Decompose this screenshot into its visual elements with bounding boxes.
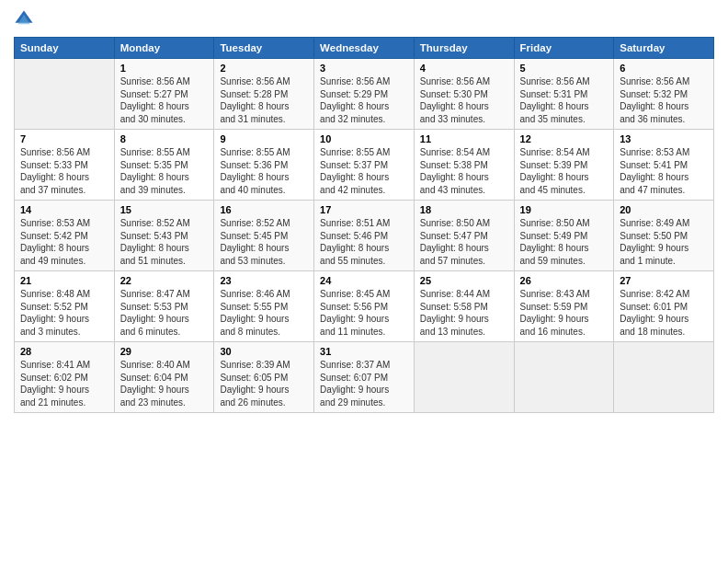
day-number: 27 xyxy=(620,275,708,286)
week-row-2: 14Sunrise: 8:53 AM Sunset: 5:42 PM Dayli… xyxy=(15,201,714,271)
day-number: 24 xyxy=(320,275,408,286)
day-info: Sunrise: 8:52 AM Sunset: 5:43 PM Dayligh… xyxy=(120,217,209,267)
day-info: Sunrise: 8:56 AM Sunset: 5:33 PM Dayligh… xyxy=(20,146,108,196)
day-cell xyxy=(15,59,115,130)
day-number: 20 xyxy=(620,204,708,215)
header-cell-saturday: Saturday xyxy=(614,38,714,59)
day-cell: 29Sunrise: 8:40 AM Sunset: 6:04 PM Dayli… xyxy=(114,342,214,413)
day-cell: 6Sunrise: 8:56 AM Sunset: 5:32 PM Daylig… xyxy=(614,59,714,130)
day-cell: 10Sunrise: 8:55 AM Sunset: 5:37 PM Dayli… xyxy=(314,130,415,201)
week-row-4: 28Sunrise: 8:41 AM Sunset: 6:02 PM Dayli… xyxy=(15,342,714,413)
header-row: SundayMondayTuesdayWednesdayThursdayFrid… xyxy=(15,38,714,59)
header-cell-monday: Monday xyxy=(114,38,214,59)
day-cell: 1Sunrise: 8:56 AM Sunset: 5:27 PM Daylig… xyxy=(114,59,214,130)
day-info: Sunrise: 8:47 AM Sunset: 5:53 PM Dayligh… xyxy=(120,288,209,338)
header-cell-thursday: Thursday xyxy=(414,38,514,59)
day-info: Sunrise: 8:48 AM Sunset: 5:52 PM Dayligh… xyxy=(20,288,108,338)
day-cell: 17Sunrise: 8:51 AM Sunset: 5:46 PM Dayli… xyxy=(314,201,415,271)
day-info: Sunrise: 8:37 AM Sunset: 6:07 PM Dayligh… xyxy=(320,359,408,408)
day-number: 13 xyxy=(620,133,708,144)
day-cell: 26Sunrise: 8:43 AM Sunset: 5:59 PM Dayli… xyxy=(514,271,614,342)
logo xyxy=(14,9,38,29)
day-number: 30 xyxy=(220,346,308,357)
week-row-1: 7Sunrise: 8:56 AM Sunset: 5:33 PM Daylig… xyxy=(15,130,714,201)
day-info: Sunrise: 8:45 AM Sunset: 5:56 PM Dayligh… xyxy=(320,288,408,338)
day-cell: 7Sunrise: 8:56 AM Sunset: 5:33 PM Daylig… xyxy=(15,130,115,201)
day-cell: 15Sunrise: 8:52 AM Sunset: 5:43 PM Dayli… xyxy=(114,201,214,271)
day-cell: 21Sunrise: 8:48 AM Sunset: 5:52 PM Dayli… xyxy=(15,271,115,342)
day-info: Sunrise: 8:50 AM Sunset: 5:47 PM Dayligh… xyxy=(420,217,508,267)
day-cell: 12Sunrise: 8:54 AM Sunset: 5:39 PM Dayli… xyxy=(514,130,614,201)
day-number: 6 xyxy=(620,63,708,74)
day-info: Sunrise: 8:46 AM Sunset: 5:55 PM Dayligh… xyxy=(220,288,308,338)
day-number: 22 xyxy=(120,275,209,286)
day-cell: 25Sunrise: 8:44 AM Sunset: 5:58 PM Dayli… xyxy=(414,271,514,342)
day-info: Sunrise: 8:53 AM Sunset: 5:42 PM Dayligh… xyxy=(20,217,108,267)
day-info: Sunrise: 8:42 AM Sunset: 6:01 PM Dayligh… xyxy=(620,288,708,338)
day-cell: 27Sunrise: 8:42 AM Sunset: 6:01 PM Dayli… xyxy=(614,271,714,342)
header-cell-wednesday: Wednesday xyxy=(314,38,415,59)
day-cell xyxy=(514,342,614,413)
week-row-3: 21Sunrise: 8:48 AM Sunset: 5:52 PM Dayli… xyxy=(15,271,714,342)
day-info: Sunrise: 8:41 AM Sunset: 6:02 PM Dayligh… xyxy=(20,359,108,408)
day-cell: 31Sunrise: 8:37 AM Sunset: 6:07 PM Dayli… xyxy=(314,342,415,413)
day-cell: 9Sunrise: 8:55 AM Sunset: 5:36 PM Daylig… xyxy=(214,130,314,201)
day-info: Sunrise: 8:55 AM Sunset: 5:36 PM Dayligh… xyxy=(220,146,308,196)
day-number: 16 xyxy=(220,204,308,215)
day-number: 26 xyxy=(520,275,609,286)
day-number: 9 xyxy=(220,133,308,144)
day-number: 10 xyxy=(320,133,408,144)
day-cell xyxy=(414,342,514,413)
day-cell: 14Sunrise: 8:53 AM Sunset: 5:42 PM Dayli… xyxy=(15,201,115,271)
day-number: 4 xyxy=(420,63,508,74)
day-cell: 4Sunrise: 8:56 AM Sunset: 5:30 PM Daylig… xyxy=(414,59,514,130)
day-cell: 8Sunrise: 8:55 AM Sunset: 5:35 PM Daylig… xyxy=(114,130,214,201)
day-info: Sunrise: 8:53 AM Sunset: 5:41 PM Dayligh… xyxy=(620,146,708,196)
day-number: 21 xyxy=(20,275,108,286)
day-cell: 28Sunrise: 8:41 AM Sunset: 6:02 PM Dayli… xyxy=(15,342,115,413)
day-number: 25 xyxy=(420,275,508,286)
day-info: Sunrise: 8:40 AM Sunset: 6:04 PM Dayligh… xyxy=(120,359,209,408)
day-number: 23 xyxy=(220,275,308,286)
day-number: 2 xyxy=(220,63,308,74)
day-number: 18 xyxy=(420,204,508,215)
day-info: Sunrise: 8:52 AM Sunset: 5:45 PM Dayligh… xyxy=(220,217,308,267)
day-cell: 20Sunrise: 8:49 AM Sunset: 5:50 PM Dayli… xyxy=(614,201,714,271)
day-info: Sunrise: 8:51 AM Sunset: 5:46 PM Dayligh… xyxy=(320,217,408,267)
logo-icon xyxy=(14,9,34,29)
day-info: Sunrise: 8:55 AM Sunset: 5:35 PM Dayligh… xyxy=(120,146,209,196)
day-info: Sunrise: 8:54 AM Sunset: 5:39 PM Dayligh… xyxy=(520,146,609,196)
day-info: Sunrise: 8:56 AM Sunset: 5:31 PM Dayligh… xyxy=(520,75,609,125)
day-number: 31 xyxy=(320,346,408,357)
day-info: Sunrise: 8:44 AM Sunset: 5:58 PM Dayligh… xyxy=(420,288,508,338)
day-cell: 24Sunrise: 8:45 AM Sunset: 5:56 PM Dayli… xyxy=(314,271,415,342)
day-number: 17 xyxy=(320,204,408,215)
day-number: 5 xyxy=(520,63,609,74)
header xyxy=(14,9,714,29)
day-info: Sunrise: 8:56 AM Sunset: 5:32 PM Dayligh… xyxy=(620,75,708,125)
day-number: 8 xyxy=(120,133,209,144)
day-info: Sunrise: 8:54 AM Sunset: 5:38 PM Dayligh… xyxy=(420,146,508,196)
day-number: 12 xyxy=(520,133,609,144)
header-cell-sunday: Sunday xyxy=(15,38,115,59)
day-info: Sunrise: 8:43 AM Sunset: 5:59 PM Dayligh… xyxy=(520,288,609,338)
day-number: 19 xyxy=(520,204,609,215)
day-info: Sunrise: 8:56 AM Sunset: 5:30 PM Dayligh… xyxy=(420,75,508,125)
day-number: 28 xyxy=(20,346,108,357)
day-info: Sunrise: 8:55 AM Sunset: 5:37 PM Dayligh… xyxy=(320,146,408,196)
day-number: 15 xyxy=(120,204,209,215)
header-cell-tuesday: Tuesday xyxy=(214,38,314,59)
day-cell xyxy=(614,342,714,413)
day-number: 29 xyxy=(120,346,209,357)
header-cell-friday: Friday xyxy=(514,38,614,59)
day-number: 14 xyxy=(20,204,108,215)
day-cell: 30Sunrise: 8:39 AM Sunset: 6:05 PM Dayli… xyxy=(214,342,314,413)
week-row-0: 1Sunrise: 8:56 AM Sunset: 5:27 PM Daylig… xyxy=(15,59,714,130)
day-info: Sunrise: 8:56 AM Sunset: 5:28 PM Dayligh… xyxy=(220,75,308,125)
day-cell: 19Sunrise: 8:50 AM Sunset: 5:49 PM Dayli… xyxy=(514,201,614,271)
day-info: Sunrise: 8:39 AM Sunset: 6:05 PM Dayligh… xyxy=(220,359,308,408)
day-cell: 2Sunrise: 8:56 AM Sunset: 5:28 PM Daylig… xyxy=(214,59,314,130)
page: SundayMondayTuesdayWednesdayThursdayFrid… xyxy=(0,0,728,563)
calendar-table: SundayMondayTuesdayWednesdayThursdayFrid… xyxy=(14,37,714,413)
day-cell: 5Sunrise: 8:56 AM Sunset: 5:31 PM Daylig… xyxy=(514,59,614,130)
